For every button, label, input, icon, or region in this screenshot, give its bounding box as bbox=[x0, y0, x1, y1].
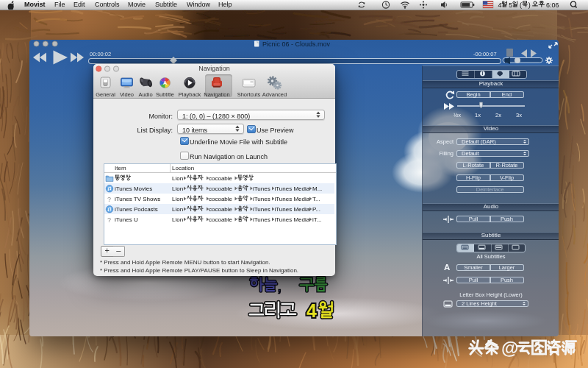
svg-text:iTunes Podcasts: iTunes Podcasts bbox=[115, 206, 158, 213]
svg-text:Lion: Lion bbox=[172, 175, 183, 182]
svg-text:Subtitle: Subtitle bbox=[156, 91, 174, 98]
svg-text:iTunes: iTunes bbox=[253, 216, 270, 223]
svg-text:?: ? bbox=[107, 216, 111, 224]
svg-text:cocoable: cocoable bbox=[209, 216, 233, 223]
svg-text:Advanced: Advanced bbox=[262, 91, 287, 98]
svg-text:iTunes Media: iTunes Media bbox=[275, 206, 310, 213]
svg-text:iTunes Media: iTunes Media bbox=[275, 185, 310, 192]
svg-text:): ) bbox=[528, 1, 531, 9]
svg-text:Navigation: Navigation bbox=[204, 91, 229, 98]
svg-text:Audio: Audio bbox=[138, 91, 152, 98]
svg-text:iTunes TV Shows: iTunes TV Shows bbox=[115, 196, 160, 202]
svg-text:?: ? bbox=[107, 196, 111, 203]
svg-text:P...: P... bbox=[312, 206, 320, 213]
svg-text:Playback: Playback bbox=[179, 91, 201, 98]
svg-text:iTunes Media: iTunes Media bbox=[275, 196, 310, 202]
svg-text:cocoable: cocoable bbox=[209, 175, 233, 182]
svg-text:M...: M... bbox=[312, 185, 322, 192]
svg-text:cocoable: cocoable bbox=[209, 196, 233, 202]
svg-text:A: A bbox=[163, 80, 167, 85]
svg-text:iT...: iT... bbox=[312, 216, 321, 223]
svg-text:iTunes Media: iTunes Media bbox=[275, 216, 310, 223]
svg-text:Lion: Lion bbox=[172, 185, 183, 192]
svg-text:cocoable: cocoable bbox=[209, 185, 233, 192]
svg-text:iTunes: iTunes bbox=[253, 196, 270, 202]
svg-text:@: @ bbox=[501, 339, 518, 358]
svg-text:(: ( bbox=[520, 1, 522, 9]
svg-text:Video: Video bbox=[120, 91, 134, 98]
svg-text:Lion: Lion bbox=[172, 196, 183, 202]
svg-text:,: , bbox=[278, 281, 281, 294]
svg-text:i: i bbox=[482, 71, 484, 76]
svg-text:cocoable: cocoable bbox=[209, 206, 233, 213]
svg-text:iTunes: iTunes bbox=[253, 206, 270, 213]
svg-text:5: 5 bbox=[509, 1, 512, 9]
svg-text:iTunes U: iTunes U bbox=[115, 216, 138, 223]
svg-text:iTunes Movies: iTunes Movies bbox=[115, 185, 152, 192]
svg-text:4: 4 bbox=[498, 1, 502, 9]
svg-text:Lion: Lion bbox=[172, 206, 183, 213]
svg-text:Lion: Lion bbox=[172, 216, 183, 223]
svg-text:iTunes: iTunes bbox=[253, 185, 270, 192]
svg-text:4: 4 bbox=[306, 300, 317, 321]
svg-text:Shortcuts: Shortcuts bbox=[237, 91, 261, 98]
svg-text:T...: T... bbox=[312, 196, 320, 202]
svg-text:6:06: 6:06 bbox=[546, 1, 559, 9]
svg-text:General: General bbox=[96, 91, 115, 98]
